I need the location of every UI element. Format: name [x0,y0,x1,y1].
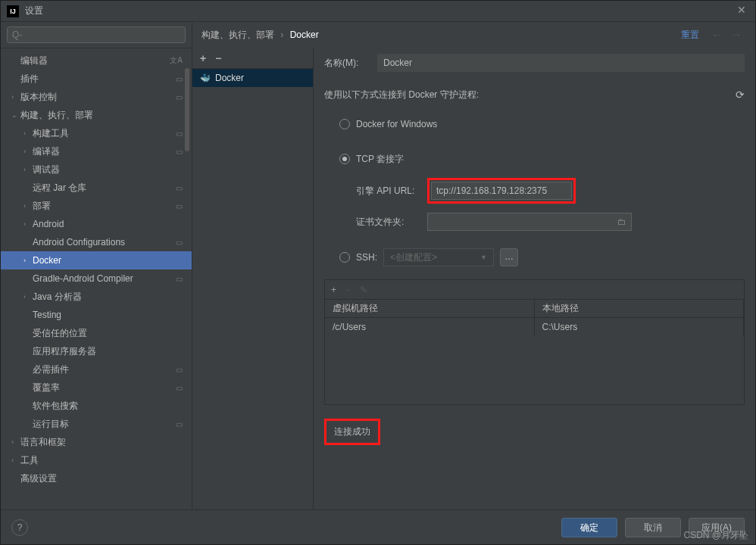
vm-path-cell[interactable]: /c/Users [325,318,535,336]
tree-item-label: Android [33,219,64,229]
tree-item[interactable]: ›Docker [1,251,192,269]
tree-item-label: 插件 [20,73,39,86]
add-icon[interactable]: + [200,52,206,64]
app-icon: IJ [7,5,19,17]
tree-item[interactable]: 软件包搜索 [1,397,192,415]
ssh-config-combo[interactable]: <创建配置> ▼ [383,248,494,266]
api-url-input[interactable] [431,182,572,200]
search-input[interactable] [7,26,186,43]
breadcrumb-row: 构建、执行、部署 › Docker 重置 ← → [192,22,755,48]
project-config-icon: ▭ [176,275,183,283]
help-button[interactable]: ? [11,519,28,536]
list-toolbar: + − [192,48,313,69]
chevron-icon: › [23,202,31,210]
api-url-label: 引擎 API URL: [356,185,421,198]
connection-list-panel: + − 🐳 Docker [192,48,314,509]
project-config-icon: ▭ [176,202,183,210]
tree-item[interactable]: 应用程序服务器 [1,342,192,360]
radio-tcp-socket[interactable]: TCP 套接字 [339,148,745,170]
tree-item[interactable]: ›调试器 [1,160,192,179]
tree-item-label: 覆盖率 [33,382,60,394]
radio-icon [339,119,350,129]
dialog-footer: ? 确定 取消 应用(A) [1,509,755,544]
connection-status: 连接成功 [324,419,380,445]
name-label: 名称(M): [324,57,370,70]
folder-icon[interactable]: 🗀 [617,216,626,227]
name-input[interactable] [377,54,745,72]
radio-icon [339,252,350,263]
tree-item[interactable]: ›部署▭ [1,197,192,215]
nav-back-icon[interactable]: ← [711,29,722,41]
tree-item[interactable]: 高级设置 [1,469,192,487]
tree-item[interactable]: Testing [1,306,192,324]
tree-item[interactable]: ›语言和框架 [1,433,192,451]
tree-item-label: Docker [33,255,61,266]
radio-docker-windows[interactable]: Docker for Windows [339,113,745,135]
project-config-icon: ▭ [176,75,183,83]
refresh-icon[interactable]: ⟳ [736,89,745,101]
tree-item-label: 构建、执行、部署 [20,109,93,122]
map-edit-icon[interactable]: ✎ [360,285,367,295]
tree-item[interactable]: 受信任的位置 [1,324,192,342]
settings-tree-panel: 编辑器文A插件▭›版本控制▭⌄构建、执行、部署›构建工具▭›编译器▭›调试器远程… [1,22,192,509]
radio-ssh[interactable]: SSH: <创建配置> ▼ … [339,246,745,269]
project-config-icon: ▭ [176,148,183,156]
tree-item-label: Android Configurations [33,237,125,248]
chevron-icon: ⌄ [11,111,19,119]
local-path-header: 本地路径 [535,300,745,318]
tree-item[interactable]: ›构建工具▭ [1,124,192,142]
tree-item-label: Testing [33,310,61,320]
nav-forward-icon[interactable]: → [731,29,742,41]
docker-icon: 🐳 [200,73,211,83]
tree-item[interactable]: Android Configurations▭ [1,233,192,251]
chevron-icon: › [11,438,19,446]
api-url-highlight [427,178,576,204]
tree-item[interactable]: 覆盖率▭ [1,378,192,397]
tree-item-label: 编辑器 [20,54,48,67]
cert-folder-input[interactable]: 🗀 [427,213,632,231]
map-add-icon[interactable]: + [331,285,336,295]
breadcrumb-parent[interactable]: 构建、执行、部署 [201,30,274,40]
tree-item[interactable]: ›Android [1,215,192,233]
tree-item[interactable]: 编辑器文A [1,51,192,70]
reset-link[interactable]: 重置 [681,29,699,42]
tree-item[interactable]: ›工具 [1,451,192,469]
tree-item-label: Gradle-Android Compiler [33,273,133,284]
cancel-button[interactable]: 取消 [625,518,681,537]
chevron-icon: › [23,293,31,301]
connect-label: 使用以下方式连接到 Docker 守护进程: [324,89,479,101]
tree-item[interactable]: ›Java 分析器 [1,288,192,306]
radio-label: SSH: [356,252,377,263]
tree-item[interactable]: Gradle-Android Compiler▭ [1,269,192,288]
local-path-cell[interactable]: C:\Users [535,318,745,336]
project-config-icon: ▭ [176,238,183,247]
tree-item-label: 必需插件 [33,363,69,376]
map-remove-icon[interactable]: − [345,285,351,295]
tree-item[interactable]: ›版本控制▭ [1,88,192,106]
project-config-icon: ▭ [176,366,183,374]
tree-item[interactable]: ⌄构建、执行、部署 [1,106,192,124]
chevron-down-icon: ▼ [480,254,487,261]
ok-button[interactable]: 确定 [561,518,617,537]
tree-item[interactable]: 必需插件▭ [1,360,192,378]
tree-item-label: 部署 [33,200,51,213]
path-mappings-table[interactable]: 虚拟机路径 /c/Users 本地路径 C:\Users [325,300,744,404]
window-title: 设置 [25,5,734,17]
tree-item-label: 语言和框架 [20,436,66,449]
chevron-icon: › [11,93,19,101]
connection-item-docker[interactable]: 🐳 Docker [192,69,313,87]
tree-item-label: 运行目标 [33,418,69,431]
remove-icon[interactable]: − [215,52,221,64]
chevron-icon: › [23,166,31,173]
radio-icon [339,154,350,164]
ssh-browse-button[interactable]: … [500,248,518,266]
settings-tree[interactable]: 编辑器文A插件▭›版本控制▭⌄构建、执行、部署›构建工具▭›编译器▭›调试器远程… [1,48,192,509]
tree-item[interactable]: ›编译器▭ [1,142,192,160]
watermark: CSDN @月牙坠 [683,529,748,542]
tree-item[interactable]: 插件▭ [1,70,192,88]
close-icon[interactable]: ✕ [734,4,749,19]
radio-label: Docker for Windows [356,119,437,129]
tree-item[interactable]: 远程 Jar 仓库▭ [1,179,192,197]
connection-list[interactable]: 🐳 Docker [192,69,313,509]
tree-item[interactable]: 运行目标▭ [1,415,192,433]
